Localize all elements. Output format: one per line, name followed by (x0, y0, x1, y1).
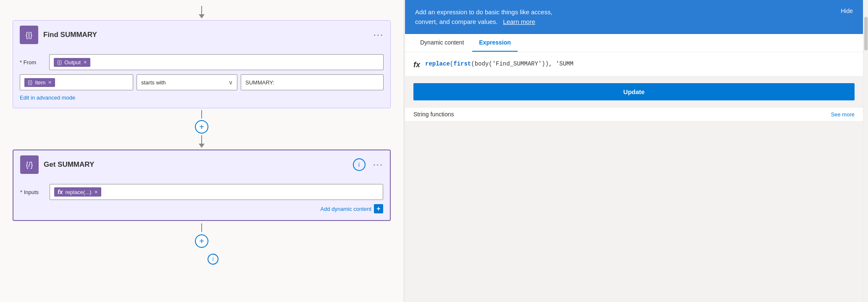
chevron-down-icon: ∨ (229, 79, 233, 86)
fx-label-icon: fx (413, 60, 420, 69)
filter-field-input[interactable]: {|} Item ✕ (20, 74, 133, 90)
fx-token[interactable]: fx replace(...) ✕ (54, 187, 101, 197)
find-summary-icon-symbol: {|} (26, 31, 33, 39)
expression-header: Add an expression to do basic things lik… (405, 0, 863, 34)
header-line2: convert, and compare values. Learn more (415, 17, 552, 27)
header-line1: Add an expression to do basic things lik… (415, 8, 552, 17)
filter-value-input[interactable]: SUMMARY: (241, 74, 384, 90)
filter-value-text: SUMMARY: (245, 79, 274, 86)
filter-row: {|} Item ✕ starts with ∨ SUMMARY: (20, 74, 384, 90)
info-icon: i (358, 161, 360, 168)
inputs-field-row: * Inputs fx replace(...) ✕ (20, 184, 383, 200)
expression-header-text: Add an expression to do basic things lik… (415, 8, 552, 26)
expr-first-kw: first (453, 60, 471, 67)
get-summary-title: Get SUMMARY (44, 160, 348, 169)
add-step-plus-middle: + (199, 122, 204, 132)
bottom-connector-line (201, 223, 202, 232)
from-token-input[interactable]: {|} Output ✕ (49, 54, 384, 70)
connector-line (201, 6, 202, 14)
add-step-plus-bottom: + (199, 236, 204, 246)
get-summary-card: {/} Get SUMMARY i ··· * Inputs fx replac… (13, 150, 391, 221)
scrollbar-thumb[interactable] (864, 17, 868, 50)
expression-panel: Add an expression to do basic things lik… (405, 0, 863, 302)
tabs-bar: Dynamic content Expression (405, 34, 863, 52)
find-summary-card: {|} Find SUMMARY ··· * From {|} Output ✕ (13, 20, 391, 108)
scrollbar-track (863, 0, 868, 302)
item-token[interactable]: {|} Item ✕ (24, 78, 55, 87)
expr-paren-open: ( (450, 60, 453, 67)
bottom-info-button[interactable]: i (208, 254, 218, 265)
from-label: * From (20, 59, 45, 66)
item-token-label: Item (35, 79, 45, 86)
inputs-token-input[interactable]: fx replace(...) ✕ (50, 184, 383, 200)
get-summary-menu[interactable]: ··· (373, 159, 383, 170)
filter-operator-dropdown[interactable]: starts with ∨ (137, 74, 237, 90)
tab-expression[interactable]: Expression (472, 34, 517, 52)
fx-token-label: replace(...) (65, 189, 91, 195)
expression-code-display[interactable]: replace(first(body('Find_SUMMARY')), 'SU… (425, 59, 855, 69)
tab-dynamic-content[interactable]: Dynamic content (413, 34, 471, 52)
header-line2-text: convert, and compare values. (415, 18, 498, 25)
string-functions-footer: String functions See more (405, 107, 863, 121)
from-field-row: * From {|} Output ✕ (20, 54, 384, 70)
dynamic-content-row: Add dynamic content + (20, 204, 383, 213)
dynamic-plus-icon: + (374, 204, 383, 213)
add-step-button-bottom[interactable]: + (195, 234, 208, 248)
output-token-icon: {|} (57, 59, 62, 65)
item-token-close[interactable]: ✕ (48, 80, 52, 85)
get-summary-body: * Inputs fx replace(...) ✕ Add dynamic c… (13, 179, 390, 220)
connector-arrow (199, 14, 205, 18)
mid-connector-line (201, 110, 202, 118)
find-summary-body: * From {|} Output ✕ {|} Item ✕ (13, 49, 390, 108)
see-more-link[interactable]: See more (831, 111, 855, 118)
get-summary-info-button[interactable]: i (353, 158, 366, 171)
learn-more-link[interactable]: Learn more (503, 18, 535, 25)
advanced-mode-link[interactable]: Edit in advanced mode (20, 95, 75, 101)
find-summary-title: Find SUMMARY (43, 31, 368, 39)
workflow-canvas: {|} Find SUMMARY ··· * From {|} Output ✕ (0, 0, 403, 302)
update-button[interactable]: Update (413, 83, 855, 100)
dynamic-content-label: Add dynamic content (321, 206, 371, 212)
item-token-icon: {|} (28, 79, 32, 85)
find-summary-menu[interactable]: ··· (374, 29, 384, 40)
bottom-info-icon: i (213, 256, 214, 262)
add-step-button-middle[interactable]: + (195, 120, 208, 134)
get-summary-icon: {/} (20, 155, 39, 174)
mid-connector-line2 (201, 135, 202, 144)
expr-body-call: (body('Find_SUMMARY')), 'SUMM (471, 60, 573, 67)
middle-connector: + (195, 110, 208, 148)
output-token-label: Output (64, 59, 81, 66)
bottom-connectors: + i (182, 223, 221, 265)
filter-operator-label: starts with (141, 79, 166, 86)
output-token[interactable]: {|} Output ✕ (54, 58, 90, 67)
string-functions-label: String functions (413, 111, 454, 118)
top-connector (199, 6, 205, 18)
inputs-label: * Inputs (20, 189, 45, 195)
get-summary-icon-symbol: {/} (26, 160, 33, 169)
mid-connector-arrow (199, 144, 205, 148)
add-dynamic-content-button[interactable]: Add dynamic content + (321, 204, 383, 213)
output-token-close[interactable]: ✕ (83, 60, 87, 65)
get-summary-header: {/} Get SUMMARY i ··· (13, 150, 390, 179)
hide-button[interactable]: Hide (841, 8, 853, 14)
expr-replace-kw: replace (425, 60, 450, 67)
fx-token-close[interactable]: ✕ (94, 189, 98, 195)
find-summary-header: {|} Find SUMMARY ··· (13, 21, 390, 49)
find-summary-icon: {|} (20, 26, 38, 44)
fx-token-icon: fx (58, 189, 63, 195)
expression-input-area[interactable]: fx replace(first(body('Find_SUMMARY')), … (405, 52, 863, 76)
